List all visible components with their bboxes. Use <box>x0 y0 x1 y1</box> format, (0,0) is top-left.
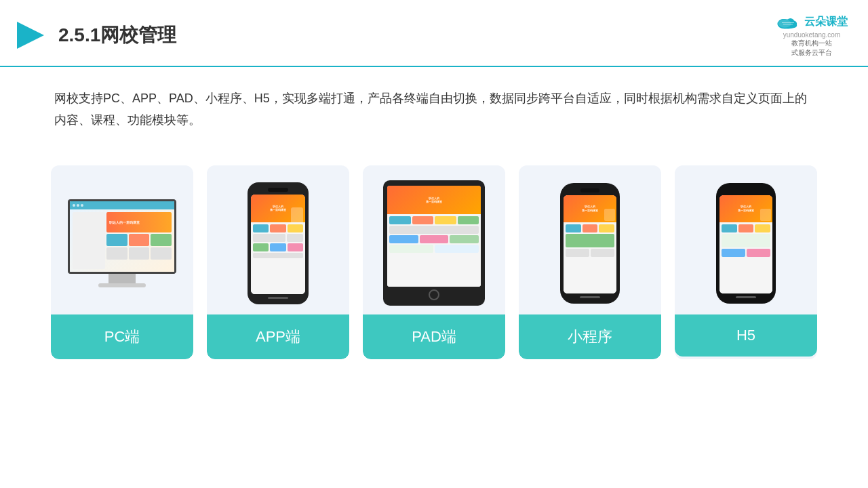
app-phone-mockup: 职达人的第一里码课堂 <box>248 182 309 304</box>
cards-container: 职达人的一里码课堂 <box>0 152 868 373</box>
miniprogram-phone-mockup: 职达人的第一里码课堂 <box>560 183 620 304</box>
page-title: 2.5.1网校管理 <box>58 22 176 48</box>
logo-domain: yunduoketang.com <box>783 31 841 39</box>
card-app-label: APP端 <box>207 314 349 359</box>
card-pc: 职达人的一里码课堂 <box>51 165 193 359</box>
card-pad-image: 职达人的第一里码课堂 <box>363 165 505 314</box>
logo-text: 云朵课堂 <box>804 15 848 29</box>
tablet-home-button <box>429 289 439 300</box>
page-header: 2.5.1网校管理 云朵课堂 yunduoketang.com 教育机构一站 式… <box>0 0 868 67</box>
card-app-image: 职达人的第一里码课堂 <box>207 165 349 314</box>
card-pc-image: 职达人的一里码课堂 <box>51 165 193 314</box>
logo-area: 云朵课堂 yunduoketang.com 教育机构一站 式服务云平台 <box>776 12 848 58</box>
logo-slogan: 教育机构一站 式服务云平台 <box>791 39 832 58</box>
card-pc-label: PC端 <box>51 314 193 359</box>
play-icon <box>14 18 47 52</box>
tablet-mockup: 职达人的第一里码课堂 <box>383 180 485 306</box>
card-pad: 职达人的第一里码课堂 <box>363 165 505 359</box>
card-miniprogram-label: 小程序 <box>519 314 661 359</box>
phone-home-bar-h5 <box>736 296 756 298</box>
tablet-screen: 职达人的第一里码课堂 <box>387 186 481 287</box>
card-miniprogram-image: 职达人的第一里码课堂 <box>519 165 661 314</box>
card-pad-label: PAD端 <box>363 314 505 359</box>
h5-phone-mockup: 职达人的第一里码课堂 <box>716 183 776 304</box>
cloud-logo-icon <box>776 12 800 31</box>
card-h5-image: 职达人的第一里码课堂 <box>675 165 817 314</box>
phone-notch-h5 <box>736 188 755 192</box>
description-text: 网校支持PC、APP、PAD、小程序、H5，实现多端打通，产品各终端自由切换，数… <box>0 67 868 145</box>
phone-notch-mini <box>580 188 599 192</box>
phone-notch <box>268 188 288 192</box>
phone-home-bar-mini <box>580 296 600 298</box>
phone-screen-h5: 职达人的第一里码课堂 <box>719 195 772 293</box>
card-app: 职达人的第一里码课堂 <box>207 165 349 359</box>
logo-cloud: 云朵课堂 <box>776 12 848 31</box>
pc-monitor-mockup: 职达人的一里码课堂 <box>64 199 180 287</box>
svg-marker-0 <box>17 22 44 49</box>
phone-home-bar <box>268 297 288 299</box>
svg-point-6 <box>778 20 791 28</box>
header-left: 2.5.1网校管理 <box>14 18 176 52</box>
phone-screen-mini: 职达人的第一里码课堂 <box>564 195 616 293</box>
card-h5: 职达人的第一里码课堂 <box>675 165 817 359</box>
card-miniprogram: 职达人的第一里码课堂 <box>519 165 661 359</box>
card-h5-label: H5 <box>675 314 817 357</box>
phone-screen: 职达人的第一里码课堂 <box>251 195 305 294</box>
